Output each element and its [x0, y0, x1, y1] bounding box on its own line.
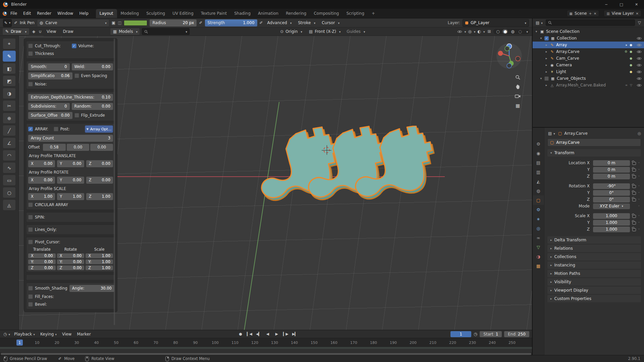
menu-item[interactable]: Render	[34, 10, 54, 17]
workspace-tab[interactable]: Shading	[230, 9, 254, 18]
vertex-color-swatch[interactable]	[124, 20, 147, 26]
transport-button[interactable]: ◀▎	[254, 331, 263, 337]
toolbar-tool-button[interactable]: ▭	[3, 175, 16, 186]
transport-button[interactable]: ▶▎	[290, 331, 299, 337]
transport-button[interactable]: ▎▶	[281, 331, 290, 337]
workspace-tab[interactable]: Sculpting	[143, 9, 169, 18]
close-button[interactable]: ✕	[629, 0, 644, 9]
collapsed-panel-header[interactable]: ▸ Custom Properties	[547, 295, 641, 302]
gizmos-dropdown[interactable]: ◎	[468, 29, 475, 34]
offset-field[interactable]: 0.58	[43, 144, 66, 151]
search-input[interactable]	[142, 28, 190, 35]
timeline-tracks[interactable]	[0, 347, 532, 353]
collection-checkbox[interactable]	[544, 36, 549, 41]
cursor-dropdown[interactable]: Cursor	[320, 19, 341, 26]
toolbar-tool-button[interactable]: ∠	[3, 137, 16, 148]
properties-tab[interactable]: ▢	[533, 195, 544, 205]
field-value[interactable]: 0 m	[593, 167, 630, 173]
axis-field[interactable]: X0.00	[28, 160, 55, 167]
properties-tab[interactable]: ⚙	[533, 139, 544, 148]
animate-dot-icon[interactable]	[637, 161, 641, 165]
camera-view-icon[interactable]	[515, 94, 521, 99]
workspace-tab[interactable]: Layout	[96, 9, 117, 18]
field-value[interactable]: 1.000	[593, 220, 630, 226]
array-count-slider[interactable]: Array Count3	[28, 135, 113, 142]
menu-item[interactable]: Edit	[20, 10, 34, 17]
animate-dot-icon[interactable]	[637, 220, 641, 225]
lock-icon[interactable]	[632, 192, 636, 195]
axis-field[interactable]: Y0.00	[57, 160, 84, 167]
toggle-perspective-icon[interactable]: ▦	[516, 103, 520, 108]
scene-selector[interactable]: ▦ Scene + ✕	[567, 10, 599, 17]
use-preview-range-icon[interactable]: ◷	[474, 331, 477, 337]
unlink-scene-icon[interactable]: ✕	[594, 12, 596, 15]
eye-icon[interactable]	[637, 50, 642, 53]
editor-type-dropdown[interactable]: ◷	[3, 332, 11, 337]
eye-icon[interactable]	[637, 44, 642, 47]
circular-array-checkbox[interactable]	[28, 202, 33, 207]
menu-item[interactable]: Window	[54, 10, 76, 17]
properties-tab[interactable]: ◎	[533, 224, 544, 233]
lock-icon[interactable]	[632, 169, 636, 172]
snap-icon[interactable]: ∪	[38, 29, 42, 34]
axis-field[interactable]: Y0.00	[57, 177, 84, 184]
material-mode-icon[interactable]: ◫	[118, 20, 121, 25]
field-value[interactable]: 0 m	[593, 174, 630, 179]
radius-slider[interactable]: Radius 20 px	[150, 19, 197, 26]
lock-icon[interactable]	[632, 175, 636, 178]
shading-rendered-icon[interactable]: ◌	[517, 29, 523, 34]
outliner-row-collection[interactable]: ▾ ▦ Collection	[533, 35, 644, 42]
transport-button[interactable]: ◀	[263, 331, 272, 337]
strength-pressure-icon[interactable]: ✐	[260, 20, 263, 25]
outliner-row-array[interactable]: ▸ ✎ Array ▸ ●	[533, 42, 644, 48]
properties-tab[interactable]: ◑	[533, 252, 544, 261]
transport-button[interactable]: ●	[236, 331, 245, 337]
flip-extrude-checkbox[interactable]	[74, 113, 79, 118]
animate-dot-icon[interactable]	[637, 167, 641, 172]
menu-item[interactable]: Help	[76, 10, 91, 17]
thickness-checkbox[interactable]	[28, 51, 33, 56]
menu-item[interactable]: File	[7, 10, 20, 17]
properties-tab[interactable]: ◍	[533, 186, 544, 195]
timeline-menu[interactable]: Playback	[11, 331, 38, 338]
axis-field[interactable]: Z1.00	[86, 193, 113, 200]
outliner-search-input[interactable]	[546, 19, 635, 26]
axis-field[interactable]: Z0.00	[86, 160, 113, 167]
eye-icon[interactable]	[637, 37, 642, 40]
toolbar-tool-button[interactable]: ◬	[3, 199, 16, 210]
properties-tab[interactable]: ▤	[533, 158, 544, 167]
pan-hand-icon[interactable]	[515, 84, 521, 89]
outliner-row-camera[interactable]: ▸ ◉ Camera ●	[533, 62, 644, 68]
toolbar-tool-button[interactable]: ╱	[3, 125, 16, 136]
pivot-rotate-field[interactable]: Z0.00	[57, 265, 85, 270]
current-frame-marker[interactable]: 1	[16, 340, 23, 346]
properties-tab[interactable]: ◉	[533, 148, 544, 158]
array-checkbox[interactable]	[28, 127, 33, 131]
remove-view-layer-icon[interactable]: ✕	[636, 12, 639, 15]
frame-start-field[interactable]: Start 1	[480, 331, 502, 337]
brush-preview-dropdown[interactable]: ✎	[3, 19, 12, 27]
field-value[interactable]: 0°	[593, 190, 630, 196]
toolbar-tool-button[interactable]: ✎	[3, 51, 16, 62]
smooth-slider[interactable]: Smooth:0	[28, 63, 70, 70]
transport-button[interactable]: ▎◀	[245, 331, 254, 337]
visibility-dropdown[interactable]	[455, 29, 466, 34]
shading-wireframe-icon[interactable]: ○	[495, 29, 500, 34]
timeline-ruler[interactable]: 1020304050607080901001101201301401501601…	[0, 338, 532, 347]
overlays-dropdown[interactable]: ◐	[477, 29, 485, 34]
eye-icon[interactable]	[637, 64, 642, 67]
axis-field[interactable]: Z0.00	[86, 177, 113, 184]
animate-dot-icon[interactable]	[637, 190, 641, 195]
shading-solid-icon[interactable]: ●	[502, 29, 508, 34]
lock-icon[interactable]	[632, 162, 636, 165]
origin-dropdown[interactable]: ⊙ Origin	[277, 28, 304, 35]
toolbar-tool-button[interactable]: ⌖	[3, 38, 16, 49]
workspace-tab[interactable]: Modeling	[117, 9, 143, 18]
pivot-rotate-field[interactable]: X0.00	[57, 253, 85, 258]
collapsed-panel-header[interactable]: ▸ Instancing	[547, 261, 641, 269]
field-value[interactable]: 0°	[593, 197, 630, 202]
xray-toggle[interactable]: ⊞	[487, 29, 491, 34]
maximize-button[interactable]: □	[614, 0, 629, 9]
outliner-row-light[interactable]: ▸ ☀ Light ●	[533, 68, 644, 75]
pivot-rotate-field[interactable]: Y:0.00	[57, 259, 85, 264]
